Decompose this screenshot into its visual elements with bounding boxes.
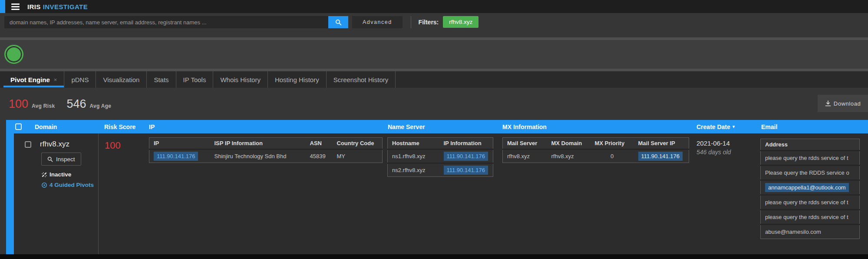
ns-row: ns1.rfhv8.xyz 111.90.141.176 bbox=[388, 149, 493, 163]
email-subtable: Address please query the rdds service of… bbox=[760, 139, 860, 239]
ip-subtable: IP ISP IP Information ASN Country Code 1… bbox=[149, 137, 383, 163]
create-date-value: 2021-06-14 bbox=[696, 139, 758, 147]
mail-server-ip-value[interactable]: 111.90.141.176 bbox=[638, 152, 683, 161]
pivot-icon bbox=[41, 182, 47, 188]
ns-hostname: ns2.rfhv8.xyz bbox=[388, 163, 439, 177]
email-address-highlighted[interactable]: annamcappella1@outlook.com bbox=[765, 183, 849, 192]
email-address: please query the rdds service of t bbox=[761, 151, 860, 166]
domain-name[interactable]: rfhv8.xyz bbox=[40, 140, 69, 149]
email-cell: Address please query the rdds service of… bbox=[758, 133, 868, 254]
email-address: please query the rdds service of t bbox=[761, 195, 860, 210]
tab-ip-tools[interactable]: IP Tools bbox=[176, 71, 214, 88]
tab-pivot-engine[interactable]: Pivot Engine × bbox=[3, 71, 64, 88]
inspect-search-icon bbox=[47, 156, 53, 162]
close-tab-icon[interactable]: × bbox=[54, 76, 57, 83]
column-risk-score: Risk Score bbox=[99, 123, 145, 130]
mx-row: rfhv8.xyz rfhv8.xyz 0 111.90.141.176 bbox=[503, 149, 689, 163]
filter-chip[interactable]: rfhv8.xyz bbox=[443, 16, 479, 28]
email-address: abuse@namesilo.com bbox=[761, 225, 860, 239]
ns-hostname: ns1.rfhv8.xyz bbox=[388, 149, 439, 163]
tab-stats[interactable]: Stats bbox=[147, 71, 176, 88]
email-row: please query the rdds service of t bbox=[761, 195, 860, 210]
ns-ip-value[interactable]: 111.90.141.176 bbox=[444, 152, 488, 161]
download-icon bbox=[825, 100, 831, 106]
search-bar: Advanced Filters: rfhv8.xyz bbox=[0, 13, 868, 37]
bottom-strip bbox=[0, 254, 868, 259]
email-row: abuse@namesilo.com bbox=[761, 225, 860, 239]
mail-server-value: rfhv8.xyz bbox=[503, 149, 547, 163]
brand-investigate: INVESTIGATE bbox=[43, 3, 88, 10]
history-bar bbox=[0, 40, 868, 69]
tab-bar: Pivot Engine × pDNS Visualization Stats … bbox=[0, 71, 868, 88]
row-selected-stripe bbox=[6, 133, 14, 254]
download-button[interactable]: Download bbox=[818, 95, 868, 112]
table-body: rfhv8.xyz Inspect Inactive bbox=[0, 133, 868, 254]
avg-risk-value: 100 bbox=[9, 97, 28, 111]
search-icon bbox=[335, 19, 342, 26]
column-ip: IP bbox=[145, 123, 385, 130]
edge-accent-bar bbox=[0, 0, 5, 13]
status-inactive: Inactive bbox=[41, 171, 98, 178]
ip-row: 111.90.141.176 Shinjiru Technology Sdn B… bbox=[149, 149, 383, 163]
row-checkbox[interactable] bbox=[25, 141, 31, 148]
create-date-cell: 2021-06-14 546 days old bbox=[693, 133, 758, 254]
domain-age-value: 546 days old bbox=[696, 149, 758, 156]
domain-cell: rfhv8.xyz Inspect Inactive bbox=[6, 133, 99, 254]
table-header: Domain Risk Score IP Name Server MX Info… bbox=[6, 120, 868, 133]
divider bbox=[411, 16, 411, 28]
inspect-button[interactable]: Inspect bbox=[41, 153, 81, 166]
mx-subtable: Mail Server MX Domain MX Priority Mail S… bbox=[502, 137, 689, 163]
email-address: Please query the RDDS service o bbox=[761, 166, 860, 180]
tab-visualization[interactable]: Visualization bbox=[96, 71, 147, 88]
select-all-checkbox[interactable] bbox=[15, 123, 22, 130]
email-row: please query the rdds service of t bbox=[761, 151, 860, 166]
search-input[interactable] bbox=[4, 16, 328, 28]
email-address: please query the rdds service of t bbox=[761, 210, 860, 225]
avg-age-value: 546 bbox=[66, 97, 86, 111]
name-server-subtable: Hostname IP Information ns1.rfhv8.xyz 11… bbox=[387, 137, 493, 177]
top-bar: IRISINVESTIGATE bbox=[0, 0, 868, 13]
iris-investigate-app: IRISINVESTIGATE Advanced Filters: rfhv8.… bbox=[0, 0, 868, 259]
ns-row: ns2.rfhv8.xyz 111.90.141.176 bbox=[388, 163, 493, 177]
status-indicator[interactable] bbox=[4, 45, 23, 64]
column-name-server: Name Server bbox=[385, 123, 499, 130]
tab-screenshot-history[interactable]: Screenshot History bbox=[327, 71, 396, 88]
email-row: please query the rdds service of t bbox=[761, 210, 860, 225]
name-server-cell: Hostname IP Information ns1.rfhv8.xyz 11… bbox=[385, 133, 499, 254]
mx-priority-value: 0 bbox=[591, 149, 634, 163]
advanced-search-button[interactable]: Advanced bbox=[352, 16, 403, 28]
brand-iris: IRIS bbox=[27, 3, 41, 10]
ip-cell: IP ISP IP Information ASN Country Code 1… bbox=[145, 133, 385, 254]
avg-risk-label: Avg Risk bbox=[32, 103, 55, 109]
mx-domain-value: rfhv8.xyz bbox=[547, 149, 591, 163]
country-code-value: MY bbox=[333, 149, 383, 163]
guided-pivots-link[interactable]: 4 Guided Pivots bbox=[41, 182, 98, 188]
ip-address-value[interactable]: 111.90.141.176 bbox=[154, 152, 198, 161]
risk-score-cell: 100 bbox=[99, 133, 145, 254]
tab-whois-history[interactable]: Whois History bbox=[213, 71, 268, 88]
column-email: Email bbox=[758, 123, 868, 130]
app-brand: IRISINVESTIGATE bbox=[27, 3, 88, 10]
column-mx-information: MX Information bbox=[499, 123, 693, 130]
asn-value: 45839 bbox=[306, 149, 333, 163]
broken-link-icon bbox=[41, 172, 47, 178]
menu-button[interactable] bbox=[10, 2, 21, 12]
mx-information-cell: Mail Server MX Domain MX Priority Mail S… bbox=[499, 133, 693, 254]
avg-age-label: Avg Age bbox=[89, 103, 111, 109]
filters-label: Filters: bbox=[419, 16, 439, 28]
sort-desc-icon: ▾ bbox=[733, 124, 735, 130]
ns-ip-value[interactable]: 111.90.141.176 bbox=[444, 166, 488, 175]
column-domain: Domain bbox=[35, 123, 57, 130]
stats-bar: 100 Avg Risk 546 Avg Age Download bbox=[0, 88, 868, 120]
tab-hosting-history[interactable]: Hosting History bbox=[268, 71, 327, 88]
hamburger-icon bbox=[11, 3, 20, 5]
email-row: Please query the RDDS service o bbox=[761, 166, 860, 180]
tab-pdns[interactable]: pDNS bbox=[64, 71, 96, 88]
isp-value: Shinjiru Technology Sdn Bhd bbox=[210, 149, 306, 163]
column-create-date[interactable]: Create Date ▾ bbox=[693, 123, 758, 130]
search-button[interactable] bbox=[328, 16, 348, 28]
email-row: annamcappella1@outlook.com bbox=[761, 180, 860, 195]
table-row: rfhv8.xyz Inspect Inactive bbox=[6, 133, 868, 254]
